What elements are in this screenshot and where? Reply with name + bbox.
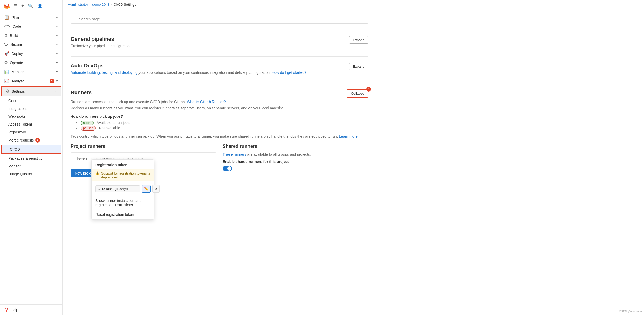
help-label: Help xyxy=(11,308,18,312)
sidebar-user-btn[interactable]: 👤 xyxy=(36,2,44,9)
tags-desc: Tags control which type of jobs a runner… xyxy=(71,134,368,138)
sidebar-item-secure[interactable]: 🛡 Secure ∨ xyxy=(0,40,62,49)
runners-list-item-paused: paused - Not available xyxy=(76,126,368,130)
search-wrapper: 🔍 xyxy=(71,15,368,30)
chevron-down-icon: ∨ xyxy=(56,16,58,19)
runners-list-item-active: active - Available to run jobs xyxy=(76,121,368,125)
shared-runners-section: Shared runners These runners are availab… xyxy=(223,144,368,178)
auto-devops-link[interactable]: Automate building, testing, and deployin… xyxy=(71,70,137,75)
sidebar-item-integrations[interactable]: Integrations xyxy=(0,105,62,113)
auto-devops-desc-text: your applications based on your continuo… xyxy=(138,70,271,75)
sidebar-item-analyze[interactable]: 📈 Analyze 1 ∨ xyxy=(0,76,62,86)
build-icon: ⚙ xyxy=(4,33,8,38)
token-field[interactable] xyxy=(95,185,140,192)
breadcrumb-admin[interactable]: Administrator xyxy=(68,3,88,7)
sub-item-label: Webhooks xyxy=(8,114,26,119)
auto-devops-desc: Automate building, testing, and deployin… xyxy=(71,70,306,75)
runners-section: Runners 3 Collapse Runners are processes… xyxy=(71,89,368,178)
get-started-link[interactable]: How do I get started? xyxy=(272,70,306,75)
divider-2 xyxy=(71,83,368,83)
sidebar-item-label: Build xyxy=(10,33,56,38)
breadcrumb-project[interactable]: demo-2048 xyxy=(92,3,109,7)
sidebar-item-access-tokens[interactable]: Access Tokens xyxy=(0,120,62,128)
shared-runners-desc-text: are available to all groups and projects… xyxy=(247,152,311,156)
sidebar-item-webhooks[interactable]: Webhooks xyxy=(0,113,62,120)
sidebar-item-repository[interactable]: Repository xyxy=(0,128,62,136)
runners-collapse-btn[interactable]: Collapse xyxy=(347,89,368,98)
toggle-circle xyxy=(227,166,231,171)
sub-item-label: Usage Quotas xyxy=(8,172,32,176)
learn-more-link[interactable]: Learn more. xyxy=(339,134,358,138)
sidebar-item-monitor-sub[interactable]: Monitor xyxy=(0,162,62,170)
sidebar-item-monitor[interactable]: 📊 Monitor ∨ xyxy=(0,67,62,76)
analyze-badge: 1 xyxy=(50,79,54,83)
popup-warning-text: Support for registration tokens is depre… xyxy=(101,171,150,179)
chevron-down-icon: ∨ xyxy=(56,79,58,83)
sidebar-item-build[interactable]: ⚙ Build ∨ xyxy=(0,31,62,40)
plan-icon: 📋 xyxy=(4,15,9,20)
runners-register-desc: Register as many runners as you want. Yo… xyxy=(71,106,368,110)
breadcrumb-current: CI/CD Settings xyxy=(114,3,136,7)
sub-item-label: CI/CD xyxy=(10,147,20,151)
runners-list: active - Available to run jobs paused - … xyxy=(76,121,368,130)
copy-token-btn[interactable]: ⧉ xyxy=(152,185,160,193)
active-desc: - Available to run jobs xyxy=(95,121,130,125)
general-pipelines-desc: Customize your pipeline configuration. xyxy=(71,44,132,48)
chevron-down-icon: ∨ xyxy=(56,25,58,28)
general-pipelines-expand-btn[interactable]: Expand xyxy=(349,36,368,44)
chevron-down-icon: ∨ xyxy=(56,61,58,65)
sidebar-menu-btn[interactable]: ☰ xyxy=(13,2,18,9)
reset-token-btn[interactable]: Reset registration token xyxy=(92,210,154,219)
analyze-icon: 📈 xyxy=(4,78,9,83)
enable-shared-toggle[interactable] xyxy=(223,166,232,171)
what-is-runner-link[interactable]: What is GitLab Runner? xyxy=(187,100,226,104)
page-content: 🔍 General pipelines Customize your pipel… xyxy=(63,9,376,192)
auto-devops-title: Auto DevOps xyxy=(71,63,306,69)
registration-token-popup: Registration token ⚠️ Support for regist… xyxy=(91,159,154,220)
auto-devops-section: Auto DevOps Automate building, testing, … xyxy=(71,63,368,75)
sidebar-item-merge-requests[interactable]: Merge requests 2 xyxy=(0,136,62,144)
sidebar-item-general[interactable]: General xyxy=(0,97,62,105)
popup-warning: ⚠️ Support for registration tokens is de… xyxy=(92,169,154,181)
active-badge: active xyxy=(81,121,94,125)
sidebar-item-label: Operate xyxy=(10,61,56,65)
project-runners-section: Project runners These runners are assign… xyxy=(71,144,216,178)
popup-token-row: ✏️ ⧉ xyxy=(92,183,154,196)
code-icon: </> xyxy=(4,24,10,29)
shared-runners-desc: These runners are available to all group… xyxy=(223,152,368,156)
merge-requests-badge: 2 xyxy=(35,138,40,143)
sidebar-item-cicd[interactable]: CI/CD xyxy=(2,145,61,153)
runners-header: Runners 3 Collapse xyxy=(71,89,368,98)
general-pipelines-section: General pipelines Customize your pipelin… xyxy=(71,36,368,48)
runners-two-col: Project runners These runners are assign… xyxy=(71,144,368,178)
sub-item-label: Access Tokens xyxy=(8,122,33,126)
breadcrumb-sep2: › xyxy=(111,3,112,7)
sidebar-item-packages[interactable]: Packages & registr... xyxy=(0,154,62,162)
sidebar: ☰ + 🔍 👤 📋 Plan ∨ </> Code ∨ ⚙ Build ∨ 🛡 … xyxy=(0,0,63,315)
runners-title: Runners xyxy=(71,89,92,95)
sidebar-search-btn[interactable]: 🔍 xyxy=(27,2,34,9)
auto-devops-expand-btn[interactable]: Expand xyxy=(349,63,368,70)
shield-icon: 🛡 xyxy=(4,42,8,47)
paused-desc: - Not available xyxy=(97,126,120,130)
chevron-down-icon: ∨ xyxy=(56,52,58,55)
sidebar-new-btn[interactable]: + xyxy=(20,2,25,9)
help-footer[interactable]: ❓ Help xyxy=(0,304,62,315)
enable-shared-title: Enable shared runners for this project xyxy=(223,160,368,164)
show-instructions-btn[interactable]: Show runner installation and registratio… xyxy=(92,196,154,210)
search-input[interactable] xyxy=(71,15,368,24)
sidebar-item-operate[interactable]: ⚙ Operate ∨ xyxy=(0,58,62,67)
these-runners-link[interactable]: These runners xyxy=(223,152,246,156)
sidebar-item-usage-quotas[interactable]: Usage Quotas xyxy=(0,170,62,178)
divider-1 xyxy=(71,56,368,57)
warning-icon: ⚠️ xyxy=(95,171,100,175)
sidebar-item-label: Analyze xyxy=(11,79,50,83)
edit-token-btn[interactable]: ✏️ xyxy=(142,185,151,193)
sidebar-item-label: Code xyxy=(12,24,56,29)
sidebar-item-plan[interactable]: 📋 Plan ∨ xyxy=(0,13,62,22)
auto-devops-header: Auto DevOps Automate building, testing, … xyxy=(71,63,368,75)
sub-item-label: Merge requests xyxy=(8,138,34,142)
sidebar-item-code[interactable]: </> Code ∨ xyxy=(0,22,62,31)
sidebar-item-settings[interactable]: ⚙ Settings ∧ xyxy=(2,87,61,96)
sidebar-item-deploy[interactable]: 🚀 Deploy ∨ xyxy=(0,49,62,58)
